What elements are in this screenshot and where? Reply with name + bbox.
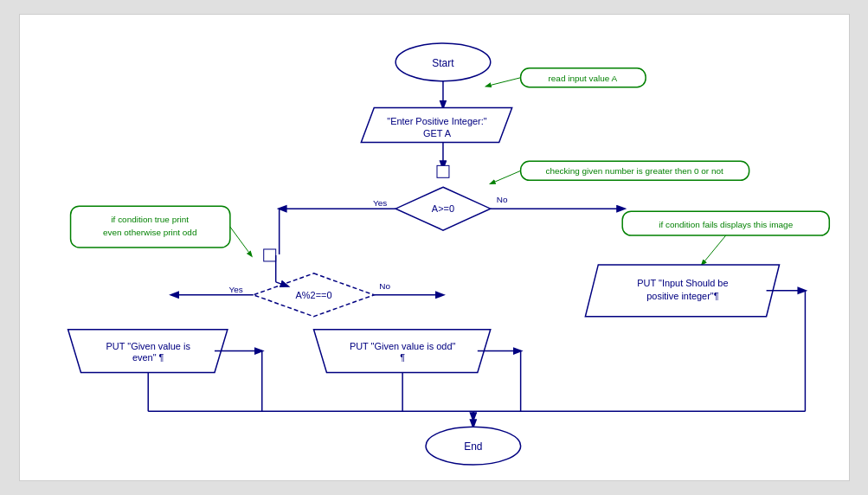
annotation-even-odd-1: if condition true print bbox=[111, 215, 189, 224]
annotation-arrow-3 bbox=[229, 227, 251, 256]
input-label2: GET A bbox=[422, 128, 451, 138]
flowchart-container: Start read input value A "Enter Positive… bbox=[19, 14, 850, 481]
yes-label-dec2: Yes bbox=[228, 285, 242, 294]
decision-mod-label: A%2==0 bbox=[295, 290, 331, 300]
no-label-dec1: No bbox=[496, 195, 507, 204]
output-odd-label1: PUT "Given value is odd" bbox=[349, 341, 455, 351]
output-invalid-label1: PUT "Input Should be bbox=[637, 278, 728, 288]
annotation-fails: if condition fails displays this image bbox=[659, 220, 793, 229]
no-label-dec2: No bbox=[379, 281, 390, 291]
yes-label-dec1: Yes bbox=[372, 198, 386, 208]
input-label1: "Enter Positive Integer:" bbox=[387, 116, 486, 126]
annotation-arrow-1 bbox=[485, 78, 520, 87]
connector-2 bbox=[263, 249, 275, 261]
end-label: End bbox=[464, 440, 482, 453]
connector-1 bbox=[436, 165, 448, 177]
output-invalid-label2: positive integer"¶ bbox=[646, 291, 718, 301]
output-even-label2: even" ¶ bbox=[132, 353, 164, 363]
annotation-even-odd-2: even otherwise print odd bbox=[102, 228, 196, 237]
annotation-check: checking given number is greater then 0 … bbox=[545, 166, 723, 176]
start-label: Start bbox=[432, 57, 454, 69]
annotation-arrow-4 bbox=[701, 235, 725, 265]
output-odd-label2: ¶ bbox=[400, 353, 405, 363]
decision-a-label: A>=0 bbox=[431, 203, 453, 214]
annotation-read-input: read input value A bbox=[548, 74, 617, 83]
annotation-arrow-2 bbox=[490, 170, 520, 183]
output-even-label1: PUT "Given value is bbox=[106, 341, 190, 351]
